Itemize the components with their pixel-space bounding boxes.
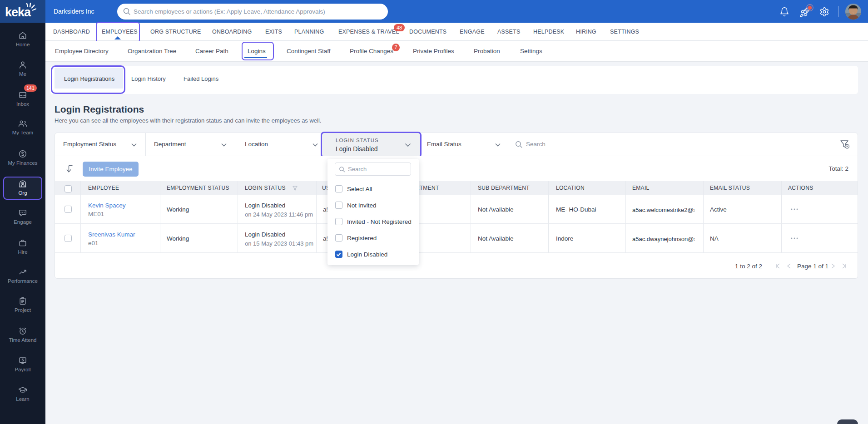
svg-text:keka: keka bbox=[5, 5, 31, 19]
